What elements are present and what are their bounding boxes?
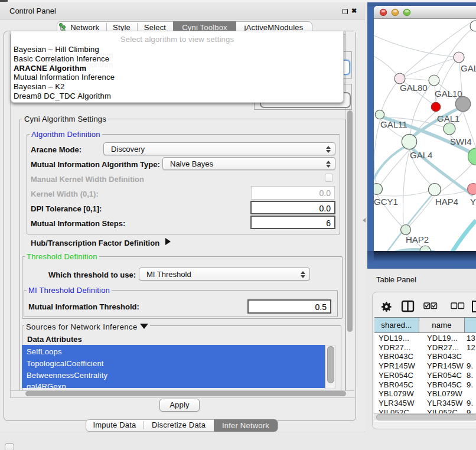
- svg-text:GAL4: GAL4: [410, 150, 432, 160]
- svg-text:GAL11: GAL11: [380, 119, 407, 129]
- svg-text:YE: YE: [470, 197, 476, 207]
- svg-text:GAL10: GAL10: [435, 89, 462, 99]
- svg-text:GAL80: GAL80: [400, 83, 428, 93]
- svg-text:GAL: GAL: [461, 63, 476, 73]
- svg-text:HAP4: HAP4: [435, 197, 458, 207]
- svg-text:GCY1: GCY1: [374, 197, 398, 207]
- svg-text:HAP2: HAP2: [406, 234, 429, 244]
- svg-text:SWI4: SWI4: [450, 136, 472, 146]
- svg-text:GAL1: GAL1: [437, 113, 459, 123]
